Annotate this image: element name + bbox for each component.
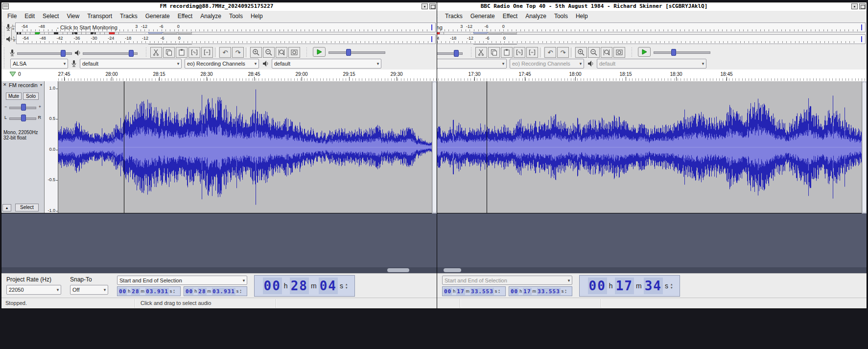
window-menu-button[interactable] [2,3,9,9]
pan-slider[interactable]: L R [4,114,41,122]
selection-range-mode-select[interactable]: Start and End of Selection▾ [117,276,247,285]
zoom-fit-button[interactable] [613,47,625,58]
seconds-value[interactable]: 33.553 [537,288,561,295]
zoom-in-button[interactable] [250,47,262,58]
empty-project-area[interactable] [1,213,437,267]
slider-thumb[interactable] [129,50,134,57]
menu-tracks[interactable]: Tracks [116,13,141,20]
toolbar-grip[interactable] [1,33,3,45]
recording-volume-slider[interactable] [17,49,72,56]
toolbar-grip[interactable] [3,47,5,59]
menu-edit[interactable]: Edit [21,13,39,20]
zoom-out-button[interactable] [263,47,275,58]
playback-volume-slider[interactable] [83,49,138,56]
hours-value[interactable]: 00 [263,278,282,294]
undo-button[interactable]: ↶ [544,47,556,58]
minutes-value[interactable]: 28 [290,278,309,294]
project-rate-select[interactable]: 22050▾ [6,285,61,295]
play-at-speed-button[interactable] [313,47,326,57]
undo-button[interactable]: ↶ [219,47,231,58]
menu-tools[interactable]: Tools [550,13,572,20]
hours-value[interactable]: 00 [510,288,518,295]
zoom-in-button[interactable] [575,47,587,58]
selection-end-time[interactable]: 00h 28m 03.931s ▴▾ [184,286,247,296]
time-spinner[interactable]: ▴▾ [565,289,566,294]
recording-channels-select[interactable]: eo) Recording Channels▾ [185,59,259,69]
trim-button[interactable] [514,47,525,58]
hours-value[interactable]: 00 [118,288,127,295]
zoom-selection-button[interactable] [276,47,287,58]
title-bar[interactable]: FM recording@88.7MHz_20240925175227 [1,2,437,11]
menu-generate[interactable]: Generate [141,13,174,20]
menu-help[interactable]: Help [247,13,267,20]
horizontal-scrollbar-thumb[interactable] [387,268,409,272]
cut-button[interactable] [475,47,487,58]
menu-view[interactable]: View [63,13,83,20]
time-spinner[interactable]: ▴▾ [240,289,241,294]
seconds-value[interactable]: 34 [644,278,663,294]
menu-select[interactable]: Select [39,13,63,20]
play-speed-slider[interactable] [654,48,710,55]
maximize-button[interactable] [429,3,436,9]
toolbar-grip[interactable] [631,47,633,57]
zoom-selection-button[interactable] [601,47,612,58]
menu-generate[interactable]: Generate [467,13,499,20]
selection-range-mode-select[interactable]: Start and End of Selection▾ [442,276,572,285]
timeline-pin-icon[interactable] [9,71,16,77]
track-name[interactable]: FM recordin [9,82,38,88]
minutes-value[interactable]: 17 [523,288,531,295]
slider-thumb[interactable] [21,104,26,111]
toolbar-grip[interactable] [145,47,147,58]
vertical-scrollbar-thumb[interactable] [863,82,866,212]
play-speed-slider[interactable] [328,48,385,55]
audio-position-clock[interactable]: 00h 17m 34s ▴▾ [579,275,680,297]
menu-analyze[interactable]: Analyze [196,13,225,20]
menu-file[interactable]: File [3,13,21,20]
seconds-value[interactable]: 33.553 [470,288,494,295]
paste-button[interactable] [176,47,188,58]
zoom-fit-button[interactable] [288,47,300,58]
solo-button[interactable]: Solo [23,93,39,100]
menu-effect[interactable]: Effect [499,13,521,20]
audio-position-clock[interactable]: 00h 28m 04s ▴▾ [254,275,355,297]
silence-button[interactable] [526,47,538,58]
minimize-button[interactable] [851,3,858,9]
redo-button[interactable]: ↷ [232,47,244,58]
playback-device-select[interactable]: default▾ [272,59,381,69]
track-close-button[interactable]: ✕ [3,82,7,87]
hours-value[interactable]: 00 [588,278,607,294]
silence-button[interactable] [201,47,213,58]
recording-channels-select[interactable]: eo) Recording Channels▾ [510,59,584,69]
menu-tracks[interactable]: Tracks [441,13,467,20]
toolbar-grip[interactable] [470,47,472,58]
selection-start-time[interactable]: 00h 17m 33.553s ▴▾ [442,286,506,296]
redo-button[interactable]: ↷ [557,47,569,58]
hours-value[interactable]: 00 [444,288,452,295]
minutes-value[interactable]: 17 [456,288,465,295]
seconds-value[interactable]: 03.931 [145,288,169,295]
toolbar-grip[interactable] [306,47,308,57]
zoom-out-button[interactable] [588,47,600,58]
horizontal-scrollbar-thumb[interactable] [444,268,461,272]
waveform[interactable] [58,81,432,213]
track-select-button[interactable]: Select [15,204,39,211]
vertical-ruler[interactable]: 1.00.50.0-0.5-1.0 [45,81,58,213]
paste-button[interactable] [501,47,513,58]
waveform[interactable] [383,81,862,213]
menu-transport[interactable]: Transport [83,13,116,20]
vertical-scrollbar-thumb[interactable] [433,82,436,212]
gain-slider[interactable]: − + [4,103,41,111]
toolbar-grip[interactable] [3,58,5,69]
toolbar-grip[interactable] [1,22,3,33]
horizontal-scrollbar[interactable] [1,267,437,273]
time-spinner[interactable]: ▴▾ [498,289,500,294]
maximize-button[interactable] [859,3,866,9]
snap-to-select[interactable]: Off▾ [70,285,108,295]
playback-meter[interactable]: LR -54-48-42-36-30-24-18-12-60 [1,33,436,45]
menu-effect[interactable]: Effect [174,13,196,20]
slider-thumb[interactable] [671,49,676,56]
time-spinner[interactable]: ▴▾ [671,282,673,289]
minutes-value[interactable]: 28 [131,288,140,295]
slider-thumb[interactable] [454,50,459,57]
slider-thumb[interactable] [61,50,66,57]
